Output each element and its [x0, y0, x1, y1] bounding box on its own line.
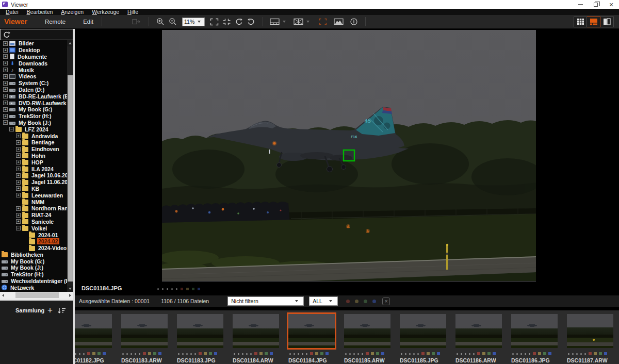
tree-item-2024-02[interactable]: 2024-02	[0, 238, 73, 245]
expander-plus-icon[interactable]: +	[3, 81, 8, 86]
photo-dsc01184[interactable]: 45 F16	[162, 30, 536, 282]
restore-button[interactable]	[588, 0, 604, 9]
expander-plus-icon[interactable]: +	[16, 134, 21, 138]
filmstrip-item-dsc01183-jpg[interactable]: DSC01183.JPG	[177, 314, 223, 364]
tree-item-jagel-11-06-2024[interactable]: +Jagel 11.06.2024	[0, 179, 73, 186]
tree-item-hop[interactable]: +HOP	[0, 159, 73, 166]
filmstrip-item-dsc01185-arw[interactable]: DSC01185.ARW	[344, 314, 390, 364]
tree-item-wechseldatentr-ger-l[interactable]: Wechseldatenträger (L:)	[0, 278, 73, 285]
thumbnail-image[interactable]	[344, 314, 390, 348]
thumbnail-image[interactable]	[400, 314, 446, 348]
expander-plus-icon[interactable]: +	[3, 101, 8, 105]
tree-horizontal-scrollbar[interactable]	[0, 292, 73, 299]
thumbnail-image[interactable]	[121, 314, 168, 348]
expander-plus-icon[interactable]: +	[3, 48, 8, 53]
tree-item-lfz-2024[interactable]: −LFZ 2024	[0, 126, 73, 133]
histogram-button[interactable]	[332, 16, 345, 27]
tree-item-leeuwarden[interactable]: +Leeuwarden	[0, 192, 73, 198]
color-filter-dot-2[interactable]	[364, 300, 367, 303]
fit-window-button[interactable]	[208, 16, 220, 27]
tree-item-downloads[interactable]: +⬇Downloads	[0, 60, 73, 67]
thumbnail-image[interactable]	[567, 314, 613, 348]
menu-anzeigen[interactable]: Anzeigen	[57, 9, 88, 15]
filmstrip-item-dsc01184-arw[interactable]: DSC01184.ARW	[233, 314, 279, 364]
tree-item-2024-01[interactable]: 2024-01	[0, 231, 73, 238]
expander-plus-icon[interactable]: +	[3, 107, 8, 112]
tree-item-trekstor-h[interactable]: +TrekStor (H:)	[0, 113, 73, 120]
tree-item-riat-24[interactable]: +RIAT-24	[0, 212, 73, 219]
filmstrip-item-dsc01185-jpg[interactable]: DSC01185.JPG	[400, 314, 446, 364]
scroll-up-button[interactable]	[67, 40, 73, 46]
expander-plus-icon[interactable]: +	[3, 94, 8, 98]
thumbnail-image[interactable]	[177, 314, 223, 348]
tree-item-eindhoven[interactable]: +Eindhoven	[0, 146, 73, 153]
scroll-down-button[interactable]	[67, 286, 73, 292]
expander-plus-icon[interactable]: +	[3, 74, 8, 79]
rating-filter-dropdown[interactable]: ALL	[309, 296, 338, 306]
expander-plus-icon[interactable]: +	[3, 41, 8, 46]
filmstrip-item-dsc01187-arw[interactable]: DSC01187.ARW	[567, 314, 613, 364]
thumbnail-image[interactable]	[75, 314, 112, 348]
menu-datei[interactable]: Datei	[2, 9, 23, 15]
menu-bearbeiten[interactable]: Bearbeiten	[23, 9, 57, 15]
menu-werkzeuge[interactable]: Werkzeuge	[88, 9, 123, 15]
tree-item-my-book-g[interactable]: My Book (G:)	[0, 258, 73, 264]
chevron-down-icon[interactable]	[283, 21, 286, 23]
tree-item-nordhorn-range[interactable]: +Nordhorn Range	[0, 205, 73, 212]
expander-minus-icon[interactable]: −	[9, 127, 14, 131]
tree-item-sanicole[interactable]: +Sanicole	[0, 219, 73, 225]
color-filter-dot-1[interactable]	[355, 300, 359, 303]
expander-plus-icon[interactable]: +	[16, 180, 21, 185]
preview-view-button-active[interactable]	[587, 16, 600, 27]
tree-item-volkel[interactable]: −Volkel	[0, 225, 73, 231]
tree-item-2024-video[interactable]: 2024-Video	[0, 245, 73, 252]
filmstrip-item-dsc01186-arw[interactable]: DSC01186.ARW	[455, 314, 502, 364]
menu-hilfe[interactable]: Hilfe	[123, 9, 142, 15]
expander-plus-icon[interactable]: +	[16, 153, 21, 158]
zoom-level-dropdown[interactable]: 11%	[182, 18, 205, 26]
tree-item-desktop[interactable]: +Desktop	[0, 47, 73, 54]
tree-item-andravida[interactable]: +Andravida	[0, 133, 73, 139]
tree-item-trekstor-h[interactable]: TrekStor (H:)	[0, 271, 73, 278]
tree-item-jagel-10-06-2024[interactable]: +Jagel 10.06.2024	[0, 172, 73, 179]
scrollbar-thumb[interactable]	[15, 292, 59, 298]
zoom-out-button[interactable]	[167, 16, 179, 27]
tree-item-bd-re-laufwerk-e[interactable]: +BD-RE-Laufwerk (E:)	[0, 93, 73, 100]
add-collection-button[interactable]: +	[47, 307, 53, 314]
display-mode-button[interactable]	[268, 16, 281, 27]
thumbnail-image[interactable]	[511, 314, 558, 348]
filter-dropdown[interactable]: Nicht filtern	[227, 296, 304, 306]
expander-plus-icon[interactable]: +	[16, 213, 21, 218]
export-button[interactable]	[130, 16, 142, 27]
thumbnail-image[interactable]	[455, 314, 502, 348]
tree-item-bibliotheken[interactable]: Bibliotheken	[0, 252, 73, 258]
focus-frame-button[interactable]	[317, 16, 329, 27]
expander-plus-icon[interactable]: +	[16, 219, 21, 224]
tree-item-daten-d[interactable]: +Daten (D:)	[0, 87, 73, 93]
filmstrip-item-dsc01183-arw[interactable]: DSC01183.ARW	[121, 314, 168, 364]
rotate-right-button[interactable]	[245, 16, 257, 27]
expander-plus-icon[interactable]: +	[16, 173, 21, 178]
expander-plus-icon[interactable]: +	[16, 206, 21, 211]
tree-item-dokumente[interactable]: +Dokumente	[0, 54, 73, 60]
color-filter-dot-3[interactable]	[372, 300, 376, 303]
expander-minus-icon[interactable]: −	[3, 120, 8, 125]
tree-item-bilder[interactable]: +Bilder	[0, 40, 73, 47]
tree-item-bentlage[interactable]: +Bentlage	[0, 139, 73, 146]
chevron-down-icon[interactable]	[306, 21, 310, 23]
actual-size-button[interactable]	[220, 16, 233, 27]
minimize-button[interactable]	[573, 0, 588, 9]
thumbnail-image[interactable]	[233, 314, 279, 348]
tree-item-hohn[interactable]: +Hohn	[0, 153, 73, 159]
compare-button[interactable]	[292, 16, 304, 27]
tree-item-dvd-rw-laufwerk-f[interactable]: +DVD-RW-Laufwerk (F:)	[0, 100, 73, 106]
sort-collection-button[interactable]	[58, 307, 66, 314]
zoom-in-button[interactable]	[154, 16, 167, 27]
filmstrip-item-dsc01184-jpg[interactable]: DSC01184.JPG	[288, 314, 335, 364]
tree-item-my-book-j[interactable]: −My Book (J:)	[0, 120, 73, 126]
tree-item-kb[interactable]: +KB	[0, 186, 73, 192]
tree-vertical-scrollbar[interactable]	[67, 40, 73, 292]
expander-plus-icon[interactable]: +	[16, 186, 21, 191]
expander-plus-icon[interactable]: +	[16, 160, 21, 164]
tree-item-netzwerk[interactable]: Netzwerk	[0, 284, 73, 291]
